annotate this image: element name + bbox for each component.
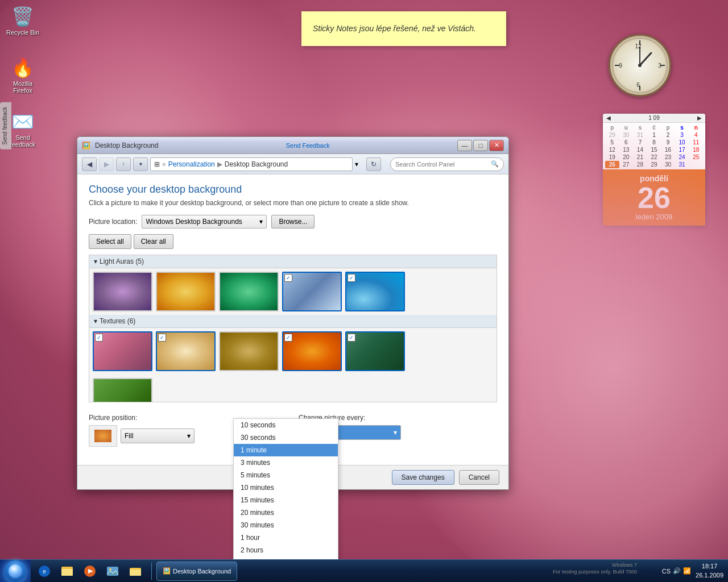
breadcrumb-dropdown-btn[interactable]: ▾ <box>355 160 359 168</box>
taskbar-photo-icon[interactable] <box>101 560 124 582</box>
cal-week-2: 5 6 7 8 9 10 11 <box>605 139 703 146</box>
cal-next-btn[interactable]: ▶ <box>697 115 702 121</box>
wallpaper-thumb-1[interactable] <box>93 272 152 311</box>
wallpaper-thumb-6[interactable]: ✓ <box>93 331 152 371</box>
dropdown-item-1h[interactable]: 1 hour <box>234 531 338 544</box>
select-all-button[interactable]: Select all <box>89 234 131 249</box>
check-mark-9: ✓ <box>284 334 292 342</box>
back-button[interactable]: ◀ <box>82 157 97 171</box>
wallpaper-thumb-4[interactable]: ✓ <box>282 272 342 311</box>
svg-rect-22 <box>130 569 141 576</box>
refresh-button[interactable]: ↻ <box>366 157 381 171</box>
pic-loc-arrow: ▾ <box>259 218 263 226</box>
svg-rect-15 <box>61 569 73 576</box>
taskbar-ie-icon[interactable]: e <box>33 560 56 582</box>
tray-clock[interactable]: 18:17 26.1.2009 <box>696 562 723 580</box>
picture-location-dropdown[interactable]: Windows Desktop Backgrounds ▾ <box>142 215 267 228</box>
dropdown-item-3m[interactable]: 3 minutes <box>234 456 338 469</box>
start-orb <box>5 560 26 582</box>
send-feedback-tab[interactable]: Send feedback <box>0 102 11 149</box>
history-button[interactable]: ▾ <box>133 157 148 171</box>
dropdown-item-5m[interactable]: 5 minutes <box>234 469 338 481</box>
running-app-controlpanel[interactable]: 🖼️ Desktop Background <box>156 562 237 581</box>
svg-point-11 <box>638 64 642 67</box>
search-icon[interactable]: 🔍 <box>491 160 499 168</box>
title-bar-left: 🖼️ Desktop Background <box>82 142 158 149</box>
recycle-bin-icon[interactable]: 🗑️ Recycle Bin <box>3 3 43 38</box>
dropdown-item-30s[interactable]: 30 seconds <box>234 431 338 444</box>
recycle-bin-label: Recycle Bin <box>5 29 40 36</box>
quick-launch: e <box>31 560 149 583</box>
dropdown-item-10m[interactable]: 10 minutes <box>234 481 338 494</box>
light-auras-grid: ✓ ✓ <box>89 268 497 315</box>
dropdown-item-15m[interactable]: 15 minutes <box>234 494 338 506</box>
taskbar-mediaplayer-icon[interactable] <box>78 560 101 582</box>
save-changes-button[interactable]: Save changes <box>392 470 454 485</box>
svg-line-9 <box>640 53 651 65</box>
section-name-light-auras: Light Auras (5) <box>100 257 144 265</box>
up-button[interactable]: ↑ <box>116 157 131 171</box>
taskbar-tray: CS 🔊 📶 18:17 26.1.2009 <box>657 560 728 583</box>
dropdown-item-10s[interactable]: 10 seconds <box>234 419 338 431</box>
taskbar-explorer-icon[interactable] <box>56 560 78 582</box>
wallpaper-thumb-2[interactable] <box>156 272 216 311</box>
tray-icons: CS 🔊 📶 <box>662 567 691 575</box>
cal-week-4: 19 20 21 22 23 24 25 <box>605 153 703 161</box>
svg-point-20 <box>109 568 111 571</box>
search-input[interactable] <box>395 161 491 168</box>
search-bar[interactable]: 🔍 <box>390 157 504 171</box>
breadcrumb-personalization[interactable]: Personalization <box>168 160 215 168</box>
maximize-button[interactable]: □ <box>473 140 488 151</box>
wallpaper-thumb-5[interactable]: ✓ <box>345 272 405 311</box>
taskbar-separator <box>151 563 152 580</box>
browse-button[interactable]: Browse... <box>271 215 315 228</box>
nav-bar: ◀ ▶ ↑ ▾ ⊞ » Personalization ▶ Desktop Ba… <box>77 154 508 174</box>
change-picture-dropdown-menu: 10 seconds 30 seconds 1 minute 3 minutes… <box>233 418 338 582</box>
window-title: Desktop Background <box>95 142 158 149</box>
title-bar-controls: — □ ✕ <box>457 140 504 151</box>
tray-network-icon: 🔊 <box>673 567 681 575</box>
section-collapse-icon[interactable]: ▾ <box>94 257 97 265</box>
sticky-note[interactable]: Sticky Notes jsou lépe řešené, než ve Vi… <box>301 11 506 46</box>
firefox-label: Mozilla Firefox <box>5 80 40 94</box>
forward-button[interactable]: ▶ <box>99 157 114 171</box>
pic-loc-value: Windows Desktop Backgrounds <box>146 218 242 226</box>
clear-all-button[interactable]: Clear all <box>134 234 173 249</box>
wallpaper-thumb-8[interactable] <box>219 331 279 371</box>
wallpaper-thumb-9[interactable]: ✓ <box>282 331 342 371</box>
wallpaper-thumb-11[interactable] <box>93 378 152 402</box>
wallpaper-thumb-3[interactable] <box>219 272 279 311</box>
svg-rect-16 <box>63 567 67 569</box>
minimize-button[interactable]: — <box>457 140 472 151</box>
dropdown-item-30m[interactable]: 30 minutes <box>234 519 338 531</box>
dropdown-item-1m[interactable]: 1 minute <box>234 444 338 456</box>
cal-mini-grid: p u s č p s n 29 30 31 1 2 3 4 5 6 7 <box>603 123 705 169</box>
textures-grid: ✓ ✓ ✓ ✓ <box>89 328 497 375</box>
dropdown-item-20m[interactable]: 20 minutes <box>234 506 338 519</box>
taskbar-files-icon[interactable] <box>124 560 147 582</box>
tray-time: 18:17 <box>696 562 723 571</box>
pic-pos-value: Fill <box>125 432 133 440</box>
recycle-bin-image: 🗑️ <box>11 5 34 28</box>
firefox-icon-desktop[interactable]: 🔥 Mozilla Firefox <box>3 54 43 96</box>
breadcrumb-bar: ⊞ » Personalization ▶ Desktop Background <box>150 157 353 171</box>
wallpaper-scroll[interactable]: ▾ Light Auras (5) ✓ ✓ ▾ <box>89 255 497 402</box>
picture-position-dropdown[interactable]: Fill ▾ <box>121 429 195 443</box>
cal-day-num: 26 <box>603 183 705 213</box>
send-feedback-link[interactable]: Send Feedback <box>286 142 330 149</box>
start-orb-inner <box>9 564 22 578</box>
cal-prev-btn[interactable]: ◀ <box>606 115 611 121</box>
start-button[interactable] <box>0 560 31 583</box>
check-mark-6: ✓ <box>95 334 103 342</box>
pic-pos-preview-image <box>94 430 111 442</box>
page-subtitle: Click a picture to make it your desktop … <box>89 199 497 207</box>
dropdown-item-2h[interactable]: 2 hours <box>234 544 338 556</box>
check-mark-10: ✓ <box>348 334 355 342</box>
breadcrumb-current: Desktop Background <box>225 160 288 168</box>
title-bar: 🖼️ Desktop Background Send Feedback — □ … <box>77 137 508 154</box>
cancel-button[interactable]: Cancel <box>459 470 499 485</box>
wallpaper-thumb-10[interactable]: ✓ <box>345 331 405 371</box>
wallpaper-thumb-7[interactable]: ✓ <box>156 331 216 371</box>
textures-collapse-icon[interactable]: ▾ <box>94 317 97 325</box>
close-button[interactable]: ✕ <box>489 140 504 151</box>
